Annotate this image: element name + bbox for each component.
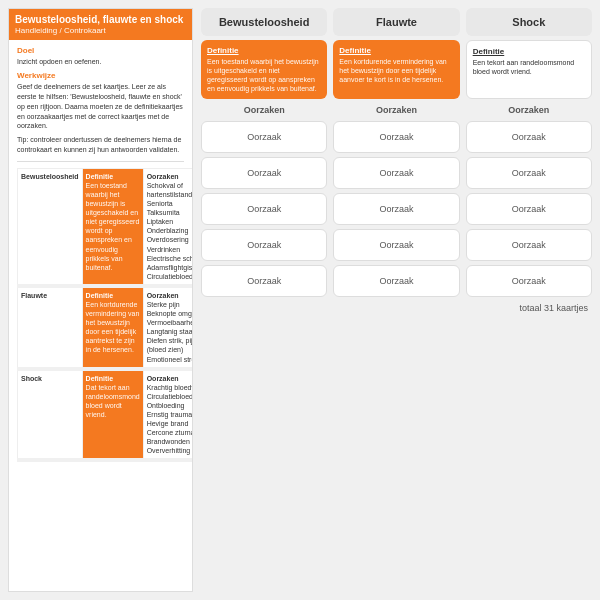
cause-card-2-1: Oorzaak xyxy=(466,157,592,189)
table-row: Bewusteloosheid DefinitieEen toestand wa… xyxy=(18,168,194,286)
def-card-1: Definitie Een kortdurende vermindering v… xyxy=(333,40,459,99)
header-shock: Shock xyxy=(466,8,592,36)
table-row: Flauwte DefinitieEen kortdurende vermind… xyxy=(18,286,194,369)
right-panel: Bewusteloosheid Flauwte Shock Definitie … xyxy=(201,8,592,592)
cause-card-0-0: Oorzaak xyxy=(201,121,327,153)
workway-section-title: Werkwijze xyxy=(17,71,184,80)
causes-cell: OorzakenSchokval of hartenstilstandSenio… xyxy=(143,168,193,286)
definition-cell: DefinitieEen kortdurende vermindering va… xyxy=(82,286,143,369)
causes-col-1: Oorzaken Oorzaak Oorzaak Oorzaak Oorzaak… xyxy=(333,103,459,297)
causes-header-0: Oorzaken xyxy=(201,103,327,117)
category-cell: Bewusteloosheid xyxy=(18,168,83,286)
reference-table: Bewusteloosheid DefinitieEen toestand wa… xyxy=(17,168,193,463)
causes-header-1: Oorzaken xyxy=(333,103,459,117)
cause-card-1-2: Oorzaak xyxy=(333,193,459,225)
header-flauwte: Flauwte xyxy=(333,8,459,36)
header-row: Bewusteloosheid Flauwte Shock xyxy=(201,8,592,36)
category-cell: Shock xyxy=(18,369,83,461)
cause-card-0-4: Oorzaak xyxy=(201,265,327,297)
cause-card-2-2: Oorzaak xyxy=(466,193,592,225)
causes-header-2: Oorzaken xyxy=(466,103,592,117)
header-bewusteloosheid: Bewusteloosheid xyxy=(201,8,327,36)
cause-card-1-4: Oorzaak xyxy=(333,265,459,297)
causes-cell: OorzakenKrachtig bloedverliesCirculatieb… xyxy=(143,369,193,461)
cause-card-0-2: Oorzaak xyxy=(201,193,327,225)
def-label-0: Definitie xyxy=(207,46,321,55)
cause-card-2-3: Oorzaak xyxy=(466,229,592,261)
cause-card-1-1: Oorzaak xyxy=(333,157,459,189)
definition-cell: DefinitieDat tekort aan randeloomsmond b… xyxy=(82,369,143,461)
goal-text: Inzicht opdoen en oefenen. xyxy=(17,57,184,67)
left-panel: Bewusteloosheid, flauwte en shock Handle… xyxy=(8,8,193,592)
def-label-2: Definitie xyxy=(473,47,585,56)
workway-text2: Tip: controleer ondertussen de deelnemer… xyxy=(17,135,184,155)
cause-card-0-1: Oorzaak xyxy=(201,157,327,189)
left-subtitle: Handleiding / Controkaart xyxy=(15,26,186,36)
cause-card-1-3: Oorzaak xyxy=(333,229,459,261)
def-card-2: Definitie Een tekort aan randeloomsmond … xyxy=(466,40,592,99)
causes-cell: OorzakenSterke pijnBeknopte omgevingVerm… xyxy=(143,286,193,369)
def-text-0: Een toestand waarbij het bewustzijn is u… xyxy=(207,57,321,93)
causes-section: Oorzaken Oorzaak Oorzaak Oorzaak Oorzaak… xyxy=(201,103,592,297)
cause-card-2-4: Oorzaak xyxy=(466,265,592,297)
left-header: Bewusteloosheid, flauwte en shock Handle… xyxy=(9,9,192,40)
def-text-1: Een kortdurende vermindering van het bew… xyxy=(339,57,453,84)
cause-card-0-3: Oorzaak xyxy=(201,229,327,261)
definition-cell: DefinitieEen toestand waarbij het bewust… xyxy=(82,168,143,286)
category-cell: Flauwte xyxy=(18,286,83,369)
table-row: Shock DefinitieDat tekort aan randelooms… xyxy=(18,369,194,461)
cause-card-2-0: Oorzaak xyxy=(466,121,592,153)
left-title: Bewusteloosheid, flauwte en shock xyxy=(15,13,186,26)
causes-col-0: Oorzaken Oorzaak Oorzaak Oorzaak Oorzaak… xyxy=(201,103,327,297)
divider xyxy=(17,161,184,162)
workway-text: Geef de deelnemers de set kaartjes. Leer… xyxy=(17,82,184,131)
causes-col-2: Oorzaken Oorzaak Oorzaak Oorzaak Oorzaak… xyxy=(466,103,592,297)
cause-card-1-0: Oorzaak xyxy=(333,121,459,153)
def-text-2: Een tekort aan randeloomsmond bloed word… xyxy=(473,58,585,76)
def-card-0: Definitie Een toestand waarbij het bewus… xyxy=(201,40,327,99)
def-label-1: Definitie xyxy=(339,46,453,55)
goal-section-title: Doel xyxy=(17,46,184,55)
definition-row: Definitie Een toestand waarbij het bewus… xyxy=(201,40,592,99)
footer: totaal 31 kaartjes xyxy=(201,303,592,313)
